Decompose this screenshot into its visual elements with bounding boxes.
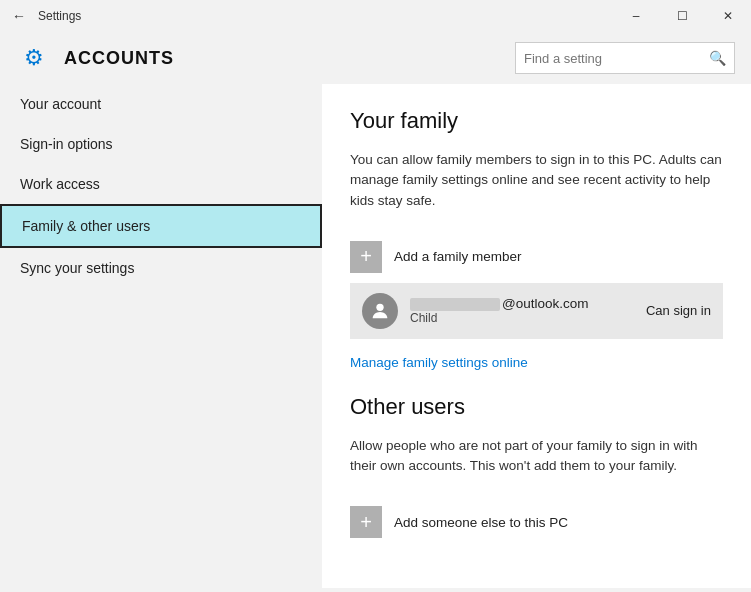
gear-icon: ⚙ [16, 40, 52, 76]
search-icon: 🔍 [709, 50, 726, 66]
member-status: Can sign in [646, 303, 711, 318]
other-users-desc: Allow people who are not part of your fa… [350, 436, 723, 477]
your-family-title: Your family [350, 108, 723, 134]
title-bar-controls: – ☐ ✕ [613, 0, 751, 32]
maximize-button[interactable]: ☐ [659, 0, 705, 32]
sidebar-item-family-other[interactable]: Family & other users [0, 204, 322, 248]
title-bar: ← Settings – ☐ ✕ [0, 0, 751, 32]
back-button[interactable]: ← [8, 8, 30, 24]
title-bar-left: ← Settings [8, 8, 81, 24]
sidebar-item-work-access[interactable]: Work access [0, 164, 322, 204]
main-content: Your family You can allow family members… [322, 84, 751, 588]
app-title: ACCOUNTS [64, 48, 174, 69]
title-bar-title: Settings [38, 9, 81, 23]
app-header: ⚙ ACCOUNTS 🔍 [0, 32, 751, 84]
main-layout: Your account Sign-in options Work access… [0, 84, 751, 588]
header-left: ⚙ ACCOUNTS [16, 40, 174, 76]
add-other-user-row[interactable]: + Add someone else to this PC [350, 496, 723, 548]
member-type: Child [410, 311, 634, 325]
other-users-title: Other users [350, 394, 723, 420]
add-family-label: Add a family member [394, 249, 522, 264]
your-family-desc: You can allow family members to sign in … [350, 150, 723, 211]
add-family-member-row[interactable]: + Add a family member [350, 231, 723, 283]
sidebar-item-your-account[interactable]: Your account [0, 84, 322, 124]
search-input[interactable] [524, 51, 709, 66]
member-info: @outlook.com Child [410, 296, 634, 325]
add-other-label: Add someone else to this PC [394, 515, 568, 530]
sidebar-item-sign-in[interactable]: Sign-in options [0, 124, 322, 164]
svg-point-0 [376, 303, 383, 310]
sidebar: Your account Sign-in options Work access… [0, 84, 322, 588]
manage-family-link[interactable]: Manage family settings online [350, 355, 528, 370]
member-email: @outlook.com [410, 296, 634, 311]
add-other-plus-icon: + [350, 506, 382, 538]
minimize-button[interactable]: – [613, 0, 659, 32]
close-button[interactable]: ✕ [705, 0, 751, 32]
search-box[interactable]: 🔍 [515, 42, 735, 74]
family-member-row[interactable]: @outlook.com Child Can sign in [350, 283, 723, 339]
add-family-plus-icon: + [350, 241, 382, 273]
sidebar-item-sync[interactable]: Sync your settings [0, 248, 322, 288]
avatar [362, 293, 398, 329]
